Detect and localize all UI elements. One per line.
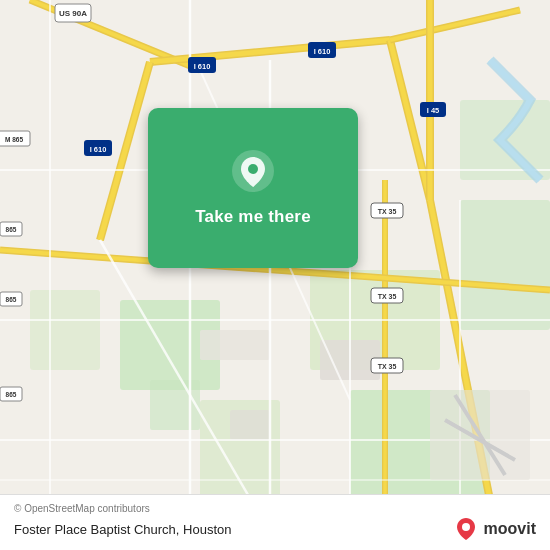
svg-point-71: [462, 523, 470, 531]
navigate-card[interactable]: Take me there: [148, 108, 358, 268]
map-container: US 90A I 610 I 610 I 610 I 45 TX 35 TX 3…: [0, 0, 550, 550]
svg-text:865: 865: [6, 391, 17, 398]
map-svg: US 90A I 610 I 610 I 610 I 45 TX 35 TX 3…: [0, 0, 550, 550]
take-me-there-button[interactable]: Take me there: [195, 207, 311, 227]
osm-attribution: © OpenStreetMap contributors: [14, 503, 536, 514]
svg-text:TX 35: TX 35: [378, 208, 397, 215]
svg-text:865: 865: [6, 296, 17, 303]
bottom-bar: © OpenStreetMap contributors Foster Plac…: [0, 494, 550, 550]
svg-text:I 610: I 610: [90, 145, 107, 154]
svg-text:I 45: I 45: [427, 106, 440, 115]
moovit-logo: moovit: [453, 516, 536, 542]
svg-text:I 610: I 610: [314, 47, 331, 56]
location-name: Foster Place Baptist Church, Houston: [14, 522, 232, 537]
location-row: Foster Place Baptist Church, Houston moo…: [14, 516, 536, 542]
svg-text:M 865: M 865: [5, 136, 23, 143]
svg-rect-8: [150, 380, 200, 430]
svg-text:TX 35: TX 35: [378, 363, 397, 370]
svg-rect-4: [460, 200, 550, 330]
svg-text:TX 35: TX 35: [378, 293, 397, 300]
location-pin-icon: [231, 149, 275, 193]
svg-rect-7: [30, 290, 100, 370]
svg-text:I 610: I 610: [194, 62, 211, 71]
svg-rect-10: [200, 330, 270, 360]
moovit-text: moovit: [484, 520, 536, 538]
svg-rect-11: [230, 410, 270, 440]
svg-point-70: [248, 164, 258, 174]
moovit-pin-icon: [453, 516, 479, 542]
svg-text:865: 865: [6, 226, 17, 233]
svg-text:US 90A: US 90A: [59, 9, 87, 18]
